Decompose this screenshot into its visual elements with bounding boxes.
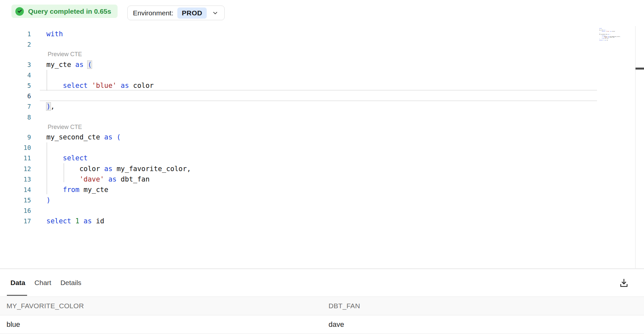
preview-cte-button[interactable]: Preview CTE [0, 50, 644, 59]
line-number: 3 [0, 61, 31, 68]
line-number: 2 [0, 41, 31, 48]
code-line[interactable]: 1with [0, 29, 644, 39]
line-number: 4 [0, 72, 31, 79]
table-cell: dave [322, 320, 644, 329]
sql-ide-window: Query completed in 0.65s Environment: PR… [0, 0, 644, 335]
environment-selector[interactable]: Environment: PROD [127, 6, 225, 20]
code-text: select [46, 154, 88, 162]
tab-details[interactable]: Details [60, 276, 81, 290]
code-line[interactable]: 2 [0, 39, 644, 50]
code-line[interactable]: 7), [0, 101, 644, 112]
code-text: color as my_favorite_color, [46, 165, 191, 173]
line-number: 13 [0, 176, 31, 183]
line-number: 12 [0, 165, 31, 172]
line-number: 15 [0, 197, 31, 204]
code-line[interactable]: 15) [0, 195, 644, 205]
code-text: my_cte as ( [46, 61, 92, 69]
column-header: DBT_FAN [322, 302, 644, 310]
code-line[interactable]: 11 select [0, 153, 644, 163]
line-number: 6 [0, 92, 31, 100]
column-header: MY_FAVORITE_COLOR [0, 302, 322, 310]
code-text: 'dave' as dbt_fan [46, 175, 150, 183]
query-status-badge: Query completed in 0.65s [11, 5, 118, 18]
chevron-down-icon [212, 10, 218, 16]
code-text: select 'blue' as color [46, 82, 154, 89]
preview-cte-button[interactable]: Preview CTE [0, 122, 644, 132]
code-editor[interactable]: 1with2Preview CTE3my_cte as (45 select '… [0, 29, 644, 227]
code-text: from my_cte [46, 186, 108, 194]
environment-value-badge: PROD [177, 8, 207, 19]
code-line[interactable]: 16 [0, 205, 644, 216]
code-line[interactable]: 17select 1 as id [0, 216, 644, 226]
table-row: bluedave [0, 315, 644, 334]
query-status-text: Query completed in 0.65s [28, 8, 111, 15]
line-number: 17 [0, 217, 31, 225]
line-number: 8 [0, 114, 31, 121]
line-number: 5 [0, 82, 31, 89]
code-text: ), [46, 103, 55, 110]
download-results-button[interactable] [618, 277, 630, 289]
line-number: 7 [0, 103, 31, 110]
code-text: select 1 as id [46, 217, 104, 225]
code-line[interactable]: 4 [0, 70, 644, 80]
line-number: 9 [0, 134, 31, 141]
code-line[interactable]: 9my_second_cte as ( [0, 132, 644, 142]
environment-label: Environment: [133, 9, 173, 17]
results-table-header: MY_FAVORITE_COLORDBT_FAN [0, 296, 644, 315]
line-number: 1 [0, 30, 31, 38]
tab-data[interactable]: Data [10, 276, 25, 290]
line-number: 11 [0, 154, 31, 162]
code-line[interactable]: 12 color as my_favorite_color, [0, 163, 644, 174]
success-check-icon [15, 7, 24, 16]
code-line[interactable]: 6 [0, 91, 644, 101]
code-line[interactable]: 14 from my_cte [0, 184, 644, 195]
code-text: my_second_cte as ( [46, 133, 121, 141]
code-text: ) [46, 196, 51, 204]
code-line[interactable]: 5 select 'blue' as color [0, 80, 644, 91]
code-text: with [46, 30, 63, 38]
panel-divider [0, 268, 644, 269]
code-line[interactable]: 10 [0, 142, 644, 153]
active-tab-underline [7, 295, 27, 296]
line-number: 16 [0, 207, 31, 214]
results-tabs: DataChartDetails [10, 276, 81, 290]
code-line[interactable]: 3my_cte as ( [0, 59, 644, 70]
line-number: 14 [0, 186, 31, 193]
code-line[interactable]: 13 'dave' as dbt_fan [0, 174, 644, 184]
code-line[interactable]: 8 [0, 112, 644, 122]
line-number: 10 [0, 144, 31, 151]
tab-chart[interactable]: Chart [35, 276, 51, 290]
results-table-body: bluedave [0, 315, 644, 334]
results-table: MY_FAVORITE_COLORDBT_FAN bluedave [0, 296, 644, 334]
table-cell: blue [0, 320, 322, 329]
